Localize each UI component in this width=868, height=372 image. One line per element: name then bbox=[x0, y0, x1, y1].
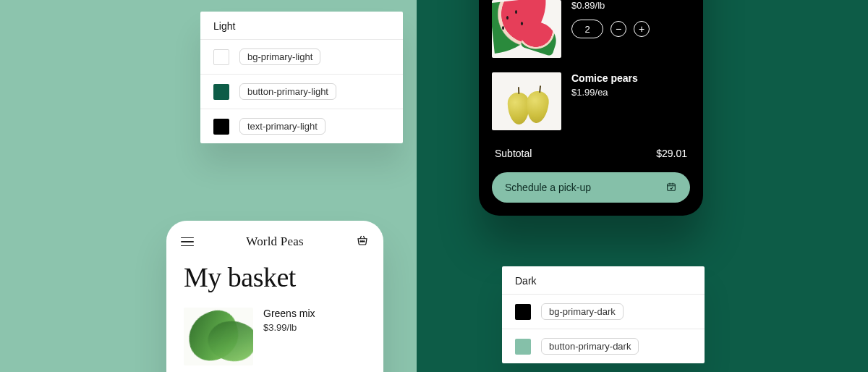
svg-point-2 bbox=[363, 241, 365, 242]
token-row: bg-primary-dark bbox=[502, 294, 705, 329]
color-swatch bbox=[213, 49, 229, 65]
phone-mock-light: World Peas My basket Greens mix $3.99/lb bbox=[166, 221, 383, 372]
color-swatch bbox=[213, 84, 229, 100]
svg-point-1 bbox=[362, 241, 363, 242]
basket-item: $0.89/lb 2 − + bbox=[479, 0, 703, 65]
brand-name: World Peas bbox=[246, 234, 303, 249]
color-swatch bbox=[515, 304, 531, 320]
product-name: Greens mix bbox=[263, 308, 315, 319]
menu-icon[interactable] bbox=[181, 237, 194, 246]
page-title: My basket bbox=[166, 254, 383, 303]
card-title: Light bbox=[200, 12, 403, 39]
product-price: $1.99/ea bbox=[571, 87, 638, 98]
color-swatch bbox=[515, 339, 531, 355]
style-tokens-card-light: Light bg-primary-light button-primary-li… bbox=[200, 12, 403, 143]
product-price: $0.89/lb bbox=[571, 0, 650, 11]
product-name: Comice pears bbox=[571, 72, 638, 84]
token-name: button-primary-dark bbox=[541, 338, 639, 355]
token-row: text-primary-light bbox=[200, 109, 403, 143]
calendar-icon bbox=[665, 181, 677, 195]
svg-point-0 bbox=[360, 241, 362, 242]
cta-label: Schedule a pick-up bbox=[505, 182, 591, 193]
product-thumbnail-pears bbox=[492, 72, 561, 130]
subtotal-value: $29.01 bbox=[656, 148, 687, 159]
color-swatch bbox=[213, 119, 229, 135]
token-row: bg-primary-light bbox=[200, 39, 403, 74]
quantity-value[interactable]: 2 bbox=[571, 20, 603, 38]
subtotal-row: Subtotal $29.01 bbox=[479, 138, 703, 169]
quantity-decrease-button[interactable]: − bbox=[610, 21, 626, 37]
token-row: button-primary-light bbox=[200, 74, 403, 109]
token-name: button-primary-light bbox=[239, 83, 336, 100]
card-title: Dark bbox=[502, 266, 705, 294]
basket-item: Greens mix $3.99/lb bbox=[166, 303, 383, 370]
product-thumbnail-greens bbox=[184, 308, 253, 365]
token-row: button-primary-dark bbox=[502, 329, 705, 363]
phone-mock-dark: $0.89/lb 2 − + Comice pears $1.99/ea Sub… bbox=[479, 0, 703, 216]
quantity-increase-button[interactable]: + bbox=[634, 21, 650, 37]
token-name: bg-primary-dark bbox=[541, 303, 624, 320]
product-price: $3.99/lb bbox=[263, 322, 315, 333]
schedule-pickup-button[interactable]: Schedule a pick-up bbox=[492, 172, 690, 203]
basket-item: Comice pears $1.99/ea bbox=[479, 65, 703, 138]
token-name: bg-primary-light bbox=[239, 48, 320, 65]
token-name: text-primary-light bbox=[239, 118, 326, 135]
product-thumbnail-watermelon bbox=[492, 0, 561, 58]
basket-icon[interactable] bbox=[356, 234, 369, 250]
subtotal-label: Subtotal bbox=[495, 148, 532, 159]
style-tokens-card-dark: Dark bg-primary-dark button-primary-dark bbox=[502, 266, 705, 363]
